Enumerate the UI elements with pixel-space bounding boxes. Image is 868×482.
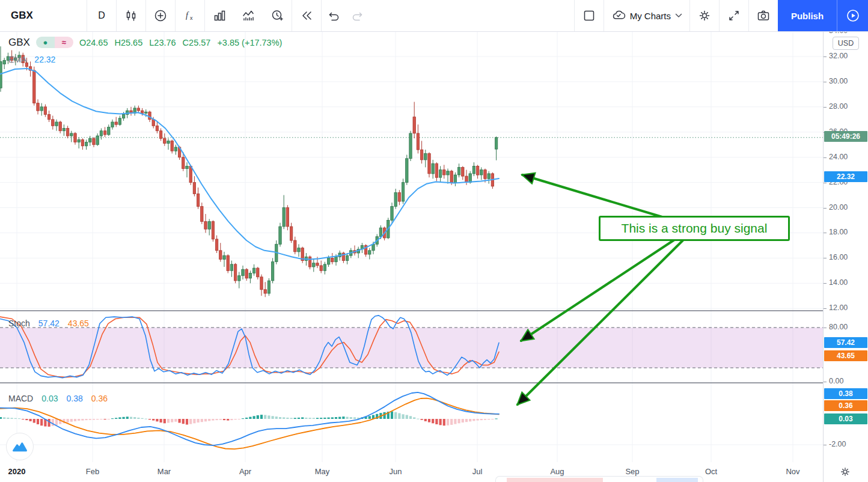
interval-label: D bbox=[98, 10, 105, 21]
axis-tick bbox=[824, 233, 827, 233]
wave-forecast-icon bbox=[241, 8, 255, 23]
price-axis-label: 14.00 bbox=[829, 278, 848, 287]
price-axis-label: 12.00 bbox=[829, 304, 848, 312]
high-value: H25.65 bbox=[114, 38, 142, 47]
compare-button[interactable] bbox=[146, 0, 175, 31]
snapshot-button[interactable] bbox=[749, 0, 778, 31]
symbol-label: GBX bbox=[11, 10, 33, 22]
price-axis-label: 28.00 bbox=[829, 102, 848, 111]
stoch-d-value: 43.65 bbox=[68, 319, 89, 328]
stoch-k-value: 57.42 bbox=[38, 319, 60, 328]
axis-tick bbox=[824, 107, 827, 108]
popup-pink-segment bbox=[507, 478, 603, 482]
templates-button[interactable] bbox=[205, 0, 234, 31]
axis-tick bbox=[824, 183, 827, 183]
macd-line-value: 0.38 bbox=[66, 394, 82, 403]
currency-badge[interactable]: USD bbox=[833, 37, 859, 50]
price-axis-label: -2.00 bbox=[829, 440, 846, 448]
layout-square-icon bbox=[582, 8, 596, 23]
chevron-down-icon bbox=[675, 13, 682, 18]
popup-blue-segment bbox=[656, 478, 698, 482]
change-value: +3.85 (+17.73%) bbox=[217, 38, 282, 47]
symbol-search-button[interactable]: GBX bbox=[0, 0, 87, 31]
data-status-pill[interactable]: ● ≈ bbox=[36, 37, 73, 48]
compare-plus-icon bbox=[153, 8, 168, 23]
price-axis-label: 80.00 bbox=[829, 323, 848, 331]
axis-tick bbox=[824, 445, 827, 445]
bar-chart-icon bbox=[212, 8, 227, 23]
undo-button[interactable] bbox=[322, 0, 346, 31]
price-badge: 05:49:26 bbox=[824, 131, 867, 142]
realtime-dot-icon: ● bbox=[36, 37, 55, 48]
annotation-text-box[interactable]: This is a strong buy signal bbox=[599, 216, 790, 241]
axis-tick bbox=[824, 208, 827, 209]
time-axis-label: Oct bbox=[705, 467, 717, 476]
redo-arrow-icon bbox=[350, 8, 365, 23]
my-charts-button[interactable]: My Charts bbox=[604, 0, 689, 31]
price-axis-label: 20.00 bbox=[829, 203, 848, 212]
axis-tick bbox=[824, 328, 827, 328]
redo-button[interactable] bbox=[346, 0, 370, 31]
price-badge: 0.38 bbox=[824, 388, 867, 399]
fullscreen-button[interactable] bbox=[720, 0, 748, 31]
ohlc-values: O24.65 H25.65 L23.76 C25.57 +3.85 (+17.7… bbox=[79, 38, 283, 47]
open-value: O24.65 bbox=[79, 38, 108, 47]
price-badge: 57.42 bbox=[824, 337, 867, 348]
alert-button[interactable] bbox=[263, 0, 292, 31]
layout-button[interactable] bbox=[575, 0, 604, 31]
price-axis-label: 24.00 bbox=[829, 153, 848, 161]
time-axis-label: Jul bbox=[472, 467, 483, 476]
time-axis-label: Jun bbox=[390, 467, 402, 476]
macd-hist-value: 0.03 bbox=[41, 394, 58, 403]
price-badge: 0.03 bbox=[824, 413, 867, 424]
price-axis-label: 0.00 bbox=[829, 377, 843, 385]
tradingview-logo-icon bbox=[11, 439, 29, 454]
my-charts-label: My Charts bbox=[630, 11, 671, 21]
forecast-button[interactable] bbox=[234, 0, 263, 31]
axis-tick bbox=[824, 382, 827, 382]
time-axis-label: Sep bbox=[625, 467, 639, 476]
delayed-data-icon: ≈ bbox=[55, 37, 73, 48]
axis-tick bbox=[824, 283, 827, 284]
axis-tick bbox=[824, 56, 827, 57]
macd-legend: MACD 0.03 0.38 0.36 bbox=[8, 394, 108, 403]
settings-button[interactable] bbox=[690, 0, 719, 31]
ema-value: 22.32 bbox=[34, 55, 55, 64]
bottom-partial-popup bbox=[495, 476, 703, 482]
publish-button[interactable]: Publish bbox=[778, 0, 837, 31]
tradingview-logo[interactable] bbox=[6, 433, 34, 460]
stoch-label[interactable]: Stoch bbox=[8, 319, 30, 328]
gear-icon bbox=[697, 8, 712, 23]
interval-button[interactable]: D bbox=[87, 0, 116, 31]
axis-tick bbox=[824, 82, 827, 82]
price-badge: 43.65 bbox=[824, 350, 867, 361]
macd-label[interactable]: MACD bbox=[8, 394, 33, 403]
time-axis-label: Apr bbox=[239, 467, 251, 476]
axis-tick bbox=[824, 258, 827, 258]
axis-tick bbox=[824, 157, 827, 158]
expand-arrows-icon bbox=[727, 8, 741, 23]
stoch-legend: Stoch 57.42 43.65 bbox=[8, 319, 89, 328]
replay-button[interactable] bbox=[292, 0, 321, 31]
indicators-button[interactable]: f x bbox=[176, 0, 204, 31]
publish-play-button[interactable] bbox=[837, 0, 868, 31]
price-badge: 22.32 bbox=[824, 171, 867, 182]
price-axis[interactable]: USD 34.0032.0030.0028.0026.0024.0022.002… bbox=[823, 32, 868, 482]
close-value: C25.57 bbox=[183, 38, 211, 47]
axis-tick bbox=[824, 308, 827, 309]
camera-icon bbox=[756, 8, 771, 23]
undo-arrow-icon bbox=[326, 8, 341, 23]
time-axis-label: Mar bbox=[157, 467, 171, 476]
time-axis-label: Nov bbox=[786, 467, 799, 476]
macd-signal-value: 0.36 bbox=[91, 394, 108, 403]
ema-label[interactable]: EMA bbox=[8, 55, 26, 64]
time-axis-label: May bbox=[315, 467, 330, 476]
legend-symbol[interactable]: GBX bbox=[8, 37, 30, 49]
axis-settings-gear-icon[interactable] bbox=[839, 466, 851, 480]
chart-legend: GBX ● ≈ O24.65 H25.65 L23.76 C25.57 +3.8… bbox=[8, 36, 282, 64]
chart-style-button[interactable] bbox=[117, 0, 145, 31]
low-value: L23.76 bbox=[149, 38, 176, 47]
chart-canvas[interactable] bbox=[0, 0, 868, 482]
fx-indicators-icon: f x bbox=[183, 8, 197, 23]
rewind-icon bbox=[299, 8, 314, 23]
